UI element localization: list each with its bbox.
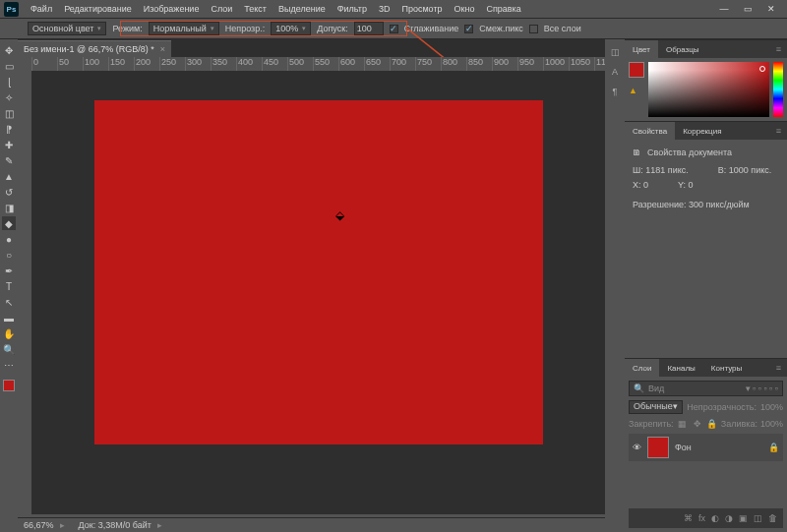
tab-layers[interactable]: Слои [625, 359, 659, 377]
fill-source-dropdown[interactable]: Основной цвет▾ [28, 22, 106, 35]
history-panel-icon[interactable]: ◫ [608, 45, 622, 59]
panel-menu-icon[interactable]: ≡ [770, 44, 787, 54]
tab-properties[interactable]: Свойства [625, 122, 675, 140]
group-icon[interactable]: ▣ [739, 513, 748, 523]
alllayers-checkbox[interactable] [529, 25, 538, 33]
history-brush-tool[interactable]: ↺ [2, 185, 16, 199]
maximize-icon[interactable]: ▭ [740, 4, 756, 14]
pen-tool[interactable]: ✒ [2, 264, 16, 277]
lasso-tool[interactable]: ɭ [2, 75, 16, 89]
menu-edit[interactable]: Редактирование [64, 4, 132, 14]
menu-image[interactable]: Изображение [144, 4, 200, 14]
brush-tool[interactable]: ✎ [2, 153, 16, 167]
antialias-checkbox[interactable]: ✓ [390, 25, 398, 33]
canvas[interactable]: ⬙ [94, 100, 543, 444]
tab-color[interactable]: Цвет [625, 40, 658, 58]
delete-layer-icon[interactable]: 🗑 [768, 513, 777, 523]
menu-layers[interactable]: Слои [211, 4, 232, 14]
layer-name[interactable]: Фон [675, 443, 692, 452]
marquee-tool[interactable]: ▭ [2, 59, 16, 73]
canvas-viewport[interactable]: ⬙ [31, 71, 605, 514]
eraser-tool[interactable]: ◨ [2, 201, 16, 214]
layer-buttons: ⌘ fx ◐ ◑ ▣ ◫ 🗑 [629, 508, 783, 528]
properties-panel: Свойства Коррекция ≡ 🗎Свойства документа… [625, 121, 787, 218]
bucket-tool[interactable]: ◆ [2, 216, 16, 230]
mask-icon[interactable]: ◐ [711, 513, 719, 523]
tab-adjustments[interactable]: Коррекция [675, 122, 729, 140]
tab-paths[interactable]: Контуры [703, 359, 750, 377]
blur-tool[interactable]: ● [2, 232, 16, 246]
lock-all-icon[interactable]: 🔒 [706, 418, 718, 430]
doc-size[interactable]: Док: 3,38M/0 байт [79, 520, 151, 530]
char-panel-icon[interactable]: A [608, 65, 622, 79]
panel-menu-icon[interactable]: ≡ [770, 363, 787, 373]
blend-mode-dropdown[interactable]: Обычные▾ [629, 400, 683, 414]
menu-file[interactable]: Файл [30, 4, 52, 14]
stamp-tool[interactable]: ▲ [2, 169, 16, 183]
menu-3d[interactable]: 3D [379, 4, 391, 14]
path-tool[interactable]: ↖ [2, 295, 16, 309]
para-panel-icon[interactable]: ¶ [608, 85, 622, 98]
ruler-horizontal[interactable]: 0501001502002503003504004505005506006507… [31, 57, 605, 71]
color-fg-swatch[interactable] [629, 62, 644, 78]
menu-text[interactable]: Текст [244, 4, 267, 14]
zoom-field[interactable]: 66,67% [24, 520, 54, 530]
hue-slider[interactable] [773, 62, 783, 117]
move-tool[interactable]: ✥ [2, 43, 16, 57]
more-tools[interactable]: ⋯ [2, 358, 16, 372]
lock-position-icon[interactable]: ✥ [692, 418, 703, 430]
ruler-corner [18, 57, 31, 71]
fx-icon[interactable]: fx [698, 513, 705, 523]
zoom-tool[interactable]: 🔍 [2, 342, 16, 356]
panel-menu-icon[interactable]: ≡ [770, 126, 787, 136]
adjustment-icon[interactable]: ◑ [725, 513, 733, 523]
menu-window[interactable]: Окно [454, 4, 475, 14]
new-layer-icon[interactable]: ◫ [754, 513, 762, 523]
chevron-icon[interactable]: ▸ [60, 520, 65, 530]
document-icon: 🗎 [633, 146, 641, 159]
color-field[interactable] [648, 62, 769, 117]
type-tool[interactable]: T [2, 279, 16, 293]
fill-label: Заливка: [721, 419, 757, 429]
foreground-swatch[interactable] [3, 380, 15, 391]
wand-tool[interactable]: ✧ [2, 90, 16, 104]
opacity-dropdown[interactable]: 100%▾ [271, 22, 311, 35]
tab-channels[interactable]: Каналы [659, 359, 702, 377]
layer-filter[interactable]: 🔍 Вид ▾ ▫ ▫ ▫ ▫ ▫ [629, 381, 783, 396]
lock-label: Закрепить: [629, 419, 674, 429]
lock-pixels-icon[interactable]: ▦ [677, 418, 689, 430]
layer-thumbnail[interactable] [647, 437, 669, 458]
mode-dropdown[interactable]: Нормальный▾ [149, 22, 219, 35]
shape-tool[interactable]: ▬ [2, 311, 16, 325]
menu-filter[interactable]: Фильтр [337, 4, 367, 14]
resolution-text: Разрешение: 300 пикс/дюйм [633, 198, 779, 211]
status-bar: 66,67% ▸ Док: 3,38M/0 байт ▸ [18, 517, 605, 532]
tab-close-icon[interactable]: × [160, 44, 165, 54]
right-panels: ◫ A ¶ Цвет Образцы ≡ ▲ Свойства Коррекц [605, 39, 787, 532]
ruler-vertical[interactable] [18, 71, 31, 514]
close-icon[interactable]: ✕ [763, 4, 779, 14]
crop-tool[interactable]: ◫ [2, 106, 16, 120]
tab-swatches[interactable]: Образцы [658, 40, 707, 58]
menu-bar: Ps Файл Редактирование Изображение Слои … [0, 0, 787, 19]
chevron-icon[interactable]: ▸ [157, 520, 162, 530]
color-panel: Цвет Образцы ≡ ▲ [625, 39, 787, 121]
menu-select[interactable]: Выделение [278, 4, 326, 14]
toolbox: ✥ ▭ ɭ ✧ ◫ ⁋ ✚ ✎ ▲ ↺ ◨ ◆ ● ○ ✒ T ↖ ▬ ✋ 🔍 … [0, 39, 18, 532]
visibility-icon[interactable]: 👁 [633, 443, 641, 452]
link-layers-icon[interactable]: ⌘ [684, 513, 693, 523]
document-tab[interactable]: Без имени-1 @ 66,7% (RGB/8) * × [18, 40, 171, 57]
options-bar: Основной цвет▾ Режим: Нормальный▾ Непроз… [0, 19, 787, 39]
minimize-icon[interactable]: — [716, 4, 732, 14]
dodge-tool[interactable]: ○ [2, 248, 16, 262]
menu-view[interactable]: Просмотр [401, 4, 442, 14]
layer-row[interactable]: 👁 Фон 🔒 [629, 434, 783, 461]
gamut-warning-icon[interactable]: ▲ [629, 86, 640, 97]
contiguous-checkbox[interactable]: ✓ [464, 25, 473, 33]
menu-help[interactable]: Справка [486, 4, 520, 14]
eyedropper-tool[interactable]: ⁋ [2, 122, 16, 136]
heal-tool[interactable]: ✚ [2, 138, 16, 151]
props-title: Свойства документа [647, 146, 732, 159]
hand-tool[interactable]: ✋ [2, 326, 16, 340]
tolerance-field[interactable] [354, 22, 384, 35]
